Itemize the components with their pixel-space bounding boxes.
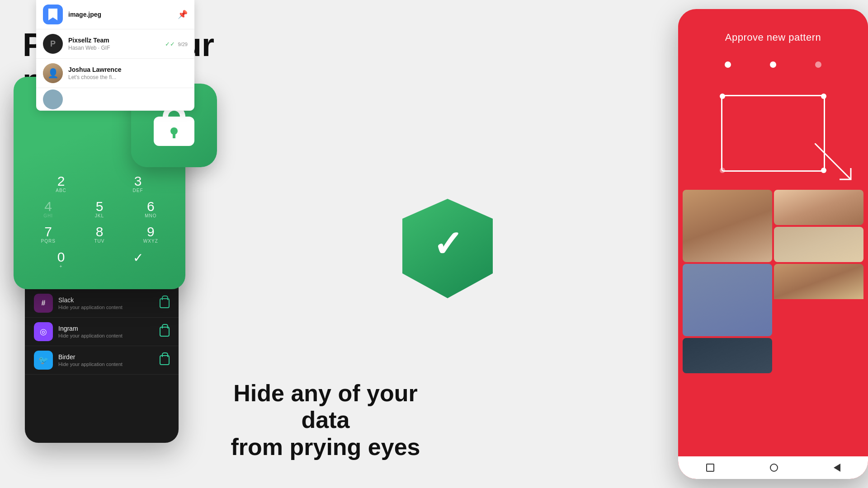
pattern-grid[interactable] (692, 81, 854, 185)
msg-preview: Let's choose the fi... (68, 74, 188, 80)
key-number: 6 (134, 200, 168, 213)
key-letters: + (44, 264, 78, 269)
message-item[interactable]: P Pixsellz Team Hasan Web · GIF ✓✓ 9/29 (36, 29, 194, 59)
key-letters: GHI (31, 213, 65, 218)
dialpad-row: 0 + ✓ (23, 250, 176, 269)
lock-icon (160, 298, 170, 308)
shield-shape: ✓ (402, 199, 493, 298)
shield-container: ✓ (402, 199, 493, 298)
check-key: ✓ (121, 250, 155, 265)
right-phone: Approve new pattern (678, 9, 868, 479)
dialpad-key-check[interactable]: ✓ (121, 250, 155, 269)
dialpad-key-0[interactable]: 0 + (44, 250, 78, 269)
dialpad-key-3[interactable]: 3 DEF (121, 174, 155, 193)
birder-app-icon: 🐦 (34, 351, 53, 370)
bookmark-icon (48, 9, 57, 20)
dialpad-key-5[interactable]: 5 JKL (82, 200, 116, 218)
slack-app-icon: # (34, 294, 53, 313)
another-avatar (43, 89, 63, 109)
file-name: image.jpeg (68, 11, 178, 18)
message-item[interactable]: 👤 Joshua Lawrence Let's choose the fi... (36, 59, 194, 88)
lock-keyhole (170, 127, 178, 135)
msg-meta: ✓✓ 9/29 (165, 41, 188, 47)
lock-graphic (154, 105, 194, 146)
app-name: Ingram (58, 325, 160, 332)
app-info: Slack Hide your application content (58, 296, 160, 310)
key-number: 0 (44, 250, 78, 264)
lock-body (154, 117, 194, 146)
dialpad-row: 4 GHI 5 JKL 6 MNO (23, 200, 176, 218)
key-number: 3 (121, 174, 155, 188)
pattern-dots-row (678, 52, 868, 77)
sender-name: Joshua Lawrence (68, 66, 188, 73)
pin-icon: 📌 (178, 9, 188, 19)
dialpad-grid: 2 ABC 3 DEF 4 GHI 5 JKL 6 MNO (14, 174, 185, 276)
key-letters: TUV (82, 239, 116, 244)
bottom-headline: Hide any of your data from prying eyes (217, 380, 434, 461)
key-letters: DEF (121, 188, 155, 193)
msg-info: Pixsellz Team Hasan Web · GIF (68, 37, 165, 51)
shield-checkmark-icon: ✓ (433, 223, 463, 265)
key-number: 4 (31, 200, 65, 213)
svg-line-0 (815, 143, 851, 179)
home-square-icon[interactable] (706, 464, 714, 472)
key-number: 5 (82, 200, 116, 213)
message-item[interactable]: image.jpeg 📌 (36, 0, 194, 29)
pixsellz-avatar: P (43, 34, 63, 54)
pattern-dot (770, 61, 776, 68)
msg-info: image.jpeg (68, 11, 178, 18)
dialpad-key-9[interactable]: 9 WXYZ (134, 225, 168, 244)
msg-info: Joshua Lawrence Let's choose the fi... (68, 66, 188, 80)
key-letters: JKL (82, 213, 116, 218)
key-number: 9 (134, 225, 168, 239)
key-number: 2 (44, 174, 78, 188)
sender-name: Pixsellz Team (68, 37, 165, 44)
key-number: 7 (31, 225, 65, 239)
app-desc: Hide your application content (58, 333, 160, 338)
dialpad-key-2[interactable]: 2 ABC (44, 174, 78, 193)
bottom-text: Hide any of your data from prying eyes (217, 380, 434, 461)
app-desc: Hide your application content (58, 305, 160, 310)
bookmark-avatar (43, 5, 63, 24)
dialpad-row: 7 PQRS 8 TUV 9 WXYZ (23, 225, 176, 244)
list-item[interactable]: 🐦 Birder Hide your application content (25, 346, 179, 375)
msg-preview: Hasan Web · GIF (68, 45, 165, 51)
key-letters: WXYZ (134, 239, 168, 244)
dialpad-key-4[interactable]: 4 GHI (31, 200, 65, 218)
pattern-dot (815, 61, 821, 68)
dialpad-key-8[interactable]: 8 TUV (82, 225, 116, 244)
lock-icon (160, 355, 170, 365)
home-button-icon[interactable] (770, 464, 778, 472)
nav-bar (678, 456, 868, 479)
dialpad-key-6[interactable]: 6 MNO (134, 200, 168, 218)
dialpad-row: 2 ABC 3 DEF (23, 174, 176, 193)
list-item[interactable]: ◎ Ingram Hide your application content (25, 318, 179, 346)
app-info: Ingram Hide your application content (58, 325, 160, 338)
app-info: Birder Hide your application content (58, 353, 160, 367)
messaging-overlay: image.jpeg 📌 P Pixsellz Team Hasan Web ·… (36, 0, 194, 111)
key-letters: MNO (134, 213, 168, 218)
ingram-app-icon: ◎ (34, 322, 53, 341)
back-button-icon[interactable] (834, 464, 840, 472)
lock-icon (160, 327, 170, 337)
key-letters: ABC (44, 188, 78, 193)
app-desc: Hide your application content (58, 361, 160, 367)
pattern-instruction: Approve new pattern (678, 18, 868, 52)
message-item[interactable] (36, 88, 194, 111)
pattern-dot (725, 61, 731, 68)
app-name: Birder (58, 353, 160, 361)
app-name: Slack (58, 296, 160, 304)
check-icon: ✓✓ (165, 41, 175, 47)
list-item[interactable]: # Slack Hide your application content (25, 289, 179, 318)
joshua-avatar: 👤 (43, 63, 63, 83)
dialpad-key-7[interactable]: 7 PQRS (31, 225, 65, 244)
key-number: 8 (82, 225, 116, 239)
key-letters: PQRS (31, 239, 65, 244)
